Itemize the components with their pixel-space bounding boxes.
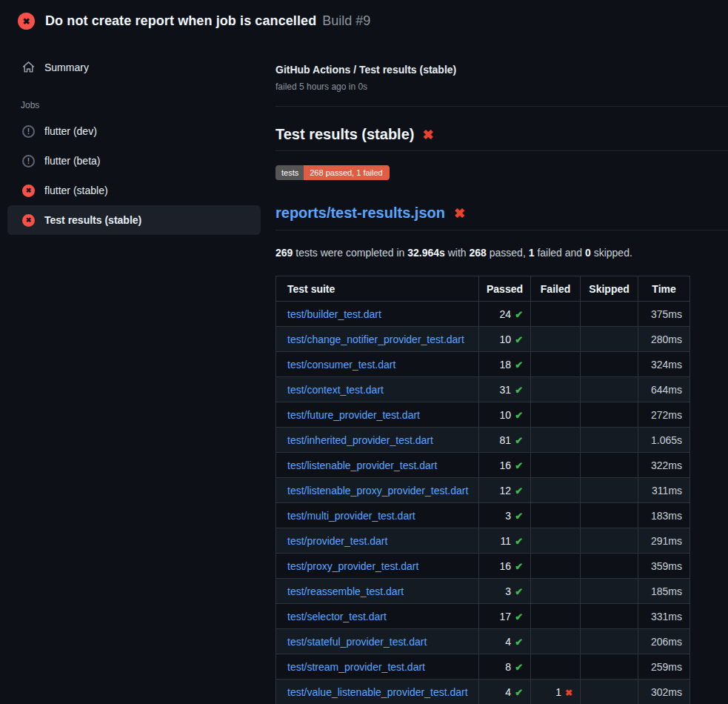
job-label: flutter (beta) — [44, 155, 100, 167]
table-row: test/context_test.dart 31✔ 644ms — [276, 377, 690, 402]
column-header-failed: Failed — [531, 276, 581, 302]
passed-cell: 4✔ — [479, 680, 531, 704]
alert-circle-icon: ! — [22, 125, 35, 138]
passed-cell: 16✔ — [479, 554, 531, 579]
failed-cell: 1✖ — [531, 680, 581, 704]
sidebar-job-item[interactable]: ! flutter (beta) — [7, 146, 261, 176]
check-icon: ✔ — [515, 637, 523, 648]
sidebar-item-summary[interactable]: Summary — [7, 56, 261, 78]
failed-cell — [531, 478, 581, 503]
table-row: test/future_provider_test.dart 10✔ 272ms — [276, 402, 690, 428]
passed-cell: 16✔ — [479, 453, 531, 478]
summary-segment: with — [445, 247, 470, 259]
skipped-cell — [581, 377, 638, 402]
test-suite-link[interactable]: test/stream_provider_test.dart — [287, 661, 425, 673]
test-suite-link[interactable]: test/context_test.dart — [287, 384, 384, 396]
failed-cell — [531, 528, 581, 554]
check-icon: ✔ — [515, 309, 523, 320]
summary-segment: skipped. — [591, 247, 632, 259]
run-title: GitHub Actions / Test results (stable) — [275, 64, 728, 76]
table-row: test/stream_provider_test.dart 8✔ 259ms — [276, 654, 690, 680]
skipped-cell — [581, 680, 638, 704]
passed-cell: 11✔ — [479, 528, 531, 554]
failed-cell — [531, 302, 581, 327]
skipped-cell — [581, 528, 638, 554]
summary-segment: tests were completed in — [293, 247, 407, 259]
table-row: test/multi_provider_test.dart 3✔ 183ms — [276, 503, 690, 528]
time-cell: 644ms — [638, 377, 690, 402]
table-row: test/reassemble_test.dart 3✔ 185ms — [276, 579, 690, 604]
test-suite-link[interactable]: test/reassemble_test.dart — [287, 585, 404, 597]
test-suite-link[interactable]: test/listenable_proxy_provider_test.dart — [287, 485, 468, 497]
skipped-cell — [581, 352, 638, 377]
report-link[interactable]: reports/test-results.json — [275, 205, 445, 222]
time-cell: 331ms — [638, 604, 690, 629]
report-title: reports/test-results.json ✖ — [275, 205, 728, 230]
check-icon: ✔ — [515, 662, 523, 673]
time-cell: 302ms — [638, 680, 690, 704]
table-header-row: Test suite Passed Failed Skipped Time — [276, 276, 690, 302]
job-label: Test results (stable) — [44, 214, 141, 226]
test-suite-link[interactable]: test/builder_test.dart — [287, 308, 381, 320]
test-suite-link[interactable]: test/proxy_provider_test.dart — [287, 560, 418, 572]
section-title-text: Test results (stable) — [275, 126, 414, 143]
passed-cell: 10✔ — [479, 402, 531, 428]
time-cell: 206ms — [638, 629, 690, 654]
table-row: test/stateful_provider_test.dart 4✔ 206m… — [276, 629, 690, 654]
alert-circle-icon: ! — [22, 155, 35, 167]
cross-icon: ✖ — [454, 207, 465, 220]
table-row: test/inherited_provider_test.dart 81✔ 1.… — [276, 428, 690, 453]
test-suite-link[interactable]: test/value_listenable_provider_test.dart — [287, 686, 468, 698]
time-cell: 324ms — [638, 352, 690, 377]
summary-segment: passed, — [487, 247, 529, 259]
failed-cell — [531, 453, 581, 478]
sidebar-job-item[interactable]: ! flutter (dev) — [7, 116, 261, 146]
passed-cell: 24✔ — [479, 302, 531, 327]
passed-cell: 3✔ — [479, 579, 531, 604]
skipped-cell — [581, 428, 638, 453]
sidebar-job-item[interactable]: ✖ Test results (stable) — [7, 205, 261, 235]
passed-cell: 17✔ — [479, 604, 531, 629]
x-circle-fill-icon: ✖ — [22, 185, 35, 197]
test-suite-link[interactable]: test/stateful_provider_test.dart — [287, 636, 427, 648]
column-header-time: Time — [638, 276, 690, 302]
passed-cell: 4✔ — [479, 629, 531, 654]
time-cell: 1.065s — [638, 428, 690, 453]
time-cell: 272ms — [638, 402, 690, 428]
page-title: Do not create report when job is cancell… — [45, 13, 316, 29]
summary-segment: 269 — [275, 247, 293, 259]
test-suite-link[interactable]: test/future_provider_test.dart — [287, 409, 420, 421]
table-row: test/listenable_provider_test.dart 16✔ 3… — [276, 453, 690, 478]
tests-badge: tests 268 passed, 1 failed — [275, 165, 390, 180]
failed-cell — [531, 579, 581, 604]
test-suite-link[interactable]: test/listenable_provider_test.dart — [287, 459, 437, 471]
summary-segment: 268 — [470, 247, 487, 259]
badge-label: tests — [275, 165, 304, 180]
test-suite-link[interactable]: test/change_notifier_provider_test.dart — [287, 333, 464, 345]
skipped-cell — [581, 327, 638, 352]
test-suite-link[interactable]: test/selector_test.dart — [287, 611, 387, 622]
test-suite-link[interactable]: test/inherited_provider_test.dart — [287, 434, 433, 446]
test-suite-link[interactable]: test/provider_test.dart — [287, 535, 387, 547]
skipped-cell — [581, 503, 638, 528]
failed-cell — [531, 629, 581, 654]
check-icon: ✔ — [515, 460, 523, 471]
time-cell: 311ms — [638, 478, 690, 503]
table-body: test/builder_test.dart 24✔ 375ms test/ch… — [276, 302, 690, 704]
test-suite-link[interactable]: test/multi_provider_test.dart — [287, 510, 415, 522]
passed-cell: 8✔ — [479, 654, 531, 680]
skipped-cell — [581, 629, 638, 654]
skipped-cell — [581, 453, 638, 478]
test-suite-link[interactable]: test/consumer_test.dart — [287, 359, 395, 371]
run-meta: failed 5 hours ago in 0s — [275, 82, 728, 92]
divider — [275, 106, 728, 107]
skipped-cell — [581, 604, 638, 629]
skipped-cell — [581, 579, 638, 604]
column-header-passed: Passed — [479, 276, 531, 302]
check-icon: ✔ — [515, 359, 523, 371]
skipped-cell — [581, 654, 638, 680]
summary-segment: 0 — [585, 247, 591, 259]
sidebar-job-item[interactable]: ✖ flutter (stable) — [7, 176, 261, 205]
job-label: flutter (stable) — [44, 185, 108, 196]
sidebar: Summary Jobs ! flutter (dev) ! flutter (… — [0, 39, 275, 235]
